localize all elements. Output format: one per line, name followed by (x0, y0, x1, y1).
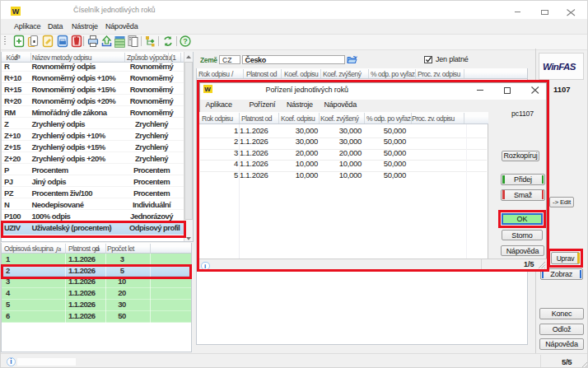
svg-text:?: ? (183, 37, 188, 45)
